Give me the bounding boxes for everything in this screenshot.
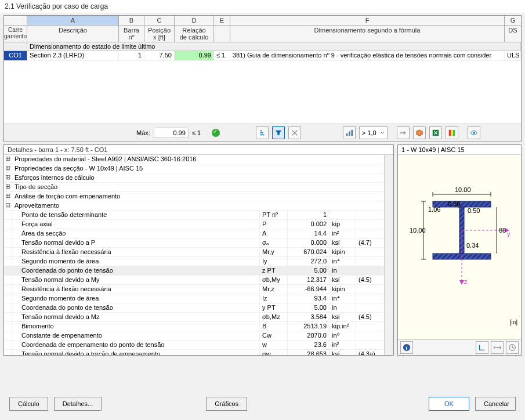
- svg-text:i: i: [405, 345, 407, 351]
- cancel-button[interactable]: Cancelar: [475, 397, 516, 411]
- section-row: Dimensionamento do estado de limite últi…: [4, 42, 521, 51]
- cell-rel: ≤ 1: [214, 51, 230, 60]
- detail-row[interactable]: Ponto de tensão determinantePT nº1: [4, 211, 393, 220]
- dialog-buttons: Cálculo Detalhes... Gráficos OK Cancelar: [0, 392, 525, 415]
- dim-k: 1.06: [428, 206, 440, 213]
- col-f[interactable]: F: [230, 16, 505, 25]
- show-model-button[interactable]: [413, 126, 426, 139]
- svg-rect-4: [448, 130, 451, 136]
- row-id[interactable]: CO1: [4, 51, 27, 60]
- col-a[interactable]: A: [27, 16, 119, 25]
- hdr-formula: Dimensionamento segundo a fórmula: [230, 26, 505, 42]
- max-value: 0.99: [154, 128, 189, 138]
- svg-rect-1: [349, 131, 350, 136]
- details-title: Detalhes - barra 1 - x: 7.50 ft - CO1: [4, 145, 393, 155]
- expand-icon[interactable]: ⊞: [4, 183, 12, 191]
- rowheader-blank: [4, 16, 27, 25]
- goto-bar-button[interactable]: [397, 126, 410, 139]
- detail-row[interactable]: Tensão normal devido a Mzσb,Mz3.584ksi(4…: [4, 313, 393, 322]
- hdr-ds: DS: [505, 26, 521, 42]
- expand-icon[interactable]: ⊞: [4, 155, 12, 164]
- col-d[interactable]: D: [175, 16, 214, 25]
- graphs-button[interactable]: Gráficos: [206, 397, 247, 411]
- detail-row[interactable]: Coordenada do ponto de tensãoy PT5.00in: [4, 303, 393, 313]
- cell-ds: ULS: [505, 51, 521, 60]
- tree-node[interactable]: ⊞Propriedades da secção - W 10x49 | AISC…: [4, 164, 393, 173]
- section-title: 1 - W 10x49 | AISC 15: [398, 145, 521, 155]
- hdr-desc: Descrição: [27, 26, 119, 42]
- expand-icon[interactable]: ⊞: [4, 173, 12, 182]
- tree-node[interactable]: ⊞Análise de torção com empenamento: [4, 192, 393, 201]
- col-e[interactable]: E: [214, 16, 230, 25]
- results-grid: A B C D E F G Carre gamento Descrição Ba…: [3, 15, 522, 142]
- detail-row[interactable]: Resistência à flexão necessáriaMr,y670.0…: [4, 248, 393, 257]
- detail-row[interactable]: Tensão normal devido a torção de empenam…: [4, 350, 393, 355]
- detail-row[interactable]: Segundo momento de áreaIz93.4in⁴: [4, 294, 393, 303]
- cell-desc[interactable]: Section 2.3 (LRFD): [27, 51, 119, 60]
- hdr-ratio: Relação de cálculo: [175, 26, 214, 42]
- svg-rect-6: [452, 130, 455, 136]
- tree-node[interactable]: ⊟Aproveitamento: [4, 201, 393, 211]
- print-section-button[interactable]: [506, 341, 519, 354]
- cell-formula[interactable]: 381) Guia de dimensionamento nº 9 - veri…: [230, 51, 505, 60]
- ok-check-icon: [212, 129, 220, 137]
- detail-row[interactable]: Coordenada do ponto de tensãoz PT5.00in: [4, 266, 393, 276]
- filter-rows-button[interactable]: [272, 126, 285, 139]
- detail-row[interactable]: Tensão normal devido a Myσb,My12.317ksi(…: [4, 276, 393, 285]
- sort-asc-button[interactable]: [256, 126, 269, 139]
- detail-row[interactable]: Tensão normal devido a Pσₐ0.000ksi(4.7): [4, 238, 393, 248]
- detail-row[interactable]: Coordenada de empenamento do ponto de te…: [4, 341, 393, 350]
- svg-rect-5: [451, 130, 453, 136]
- svg-text:y: y: [507, 230, 510, 237]
- axes-toggle-button[interactable]: [476, 341, 488, 354]
- detail-row[interactable]: Resistência à flexão necessáriaMr,z-66.9…: [4, 285, 393, 294]
- tree-node[interactable]: ⊞Esforços internos de cálculo: [4, 173, 393, 183]
- cell-bar[interactable]: 1: [119, 51, 144, 60]
- detail-row[interactable]: Constante de empenamentoCw2070.0in⁶: [4, 331, 393, 341]
- scrollbar[interactable]: [384, 155, 393, 355]
- filter-threshold-combo[interactable]: > 1,0: [359, 126, 388, 139]
- ok-button[interactable]: OK: [429, 397, 469, 411]
- svg-text:z: z: [464, 278, 468, 285]
- tree-node[interactable]: ⊞Propriedades do material - Steel A992 |…: [4, 155, 393, 164]
- unit-label: [in]: [510, 319, 517, 325]
- expand-icon[interactable]: ⊞: [4, 192, 12, 201]
- dim-tw: 0.34: [466, 242, 479, 249]
- dim-gap: 88: [499, 227, 506, 234]
- hdr-bar: Barra nº: [119, 26, 144, 42]
- svg-rect-0: [346, 133, 348, 136]
- info-button[interactable]: i: [400, 341, 413, 354]
- filter-clear-button[interactable]: [288, 126, 301, 139]
- cell-pos[interactable]: 7.50: [144, 51, 175, 60]
- detail-row[interactable]: Segundo momento de áreaIy272.0in⁴: [4, 257, 393, 266]
- dimensions-toggle-button[interactable]: [491, 341, 504, 354]
- expand-icon[interactable]: ⊟: [4, 201, 12, 210]
- col-c[interactable]: C: [144, 16, 175, 25]
- tree-node[interactable]: ⊞Tipo de secção: [4, 183, 393, 192]
- hdr-rel: [214, 26, 230, 42]
- calc-button[interactable]: Cálculo: [9, 397, 48, 411]
- detail-row[interactable]: Força axialP0.002kip: [4, 220, 393, 229]
- export-excel-button[interactable]: [429, 126, 442, 139]
- chevron-down-icon: [380, 131, 385, 135]
- expand-icon[interactable]: ⊞: [4, 164, 12, 173]
- section-canvas[interactable]: z y 10.00 10.00 0.56 1.06 0.50 0.34: [398, 155, 521, 339]
- color-scale-button[interactable]: [446, 126, 458, 139]
- view-button[interactable]: [468, 126, 480, 139]
- svg-point-8: [473, 132, 475, 134]
- details-button[interactable]: Detalhes...: [54, 397, 102, 411]
- detail-row[interactable]: Área da secçãoA14.4in²: [4, 229, 393, 238]
- details-pane: Detalhes - barra 1 - x: 7.50 ft - CO1 ⊞P…: [3, 144, 394, 356]
- col-g[interactable]: G: [505, 16, 521, 25]
- graph-toggle-button[interactable]: [343, 126, 356, 139]
- section-preview-pane: 1 - W 10x49 | AISC 15: [397, 144, 522, 356]
- max-rel: ≤ 1: [192, 129, 208, 136]
- dim-bf: 10.00: [455, 186, 471, 193]
- cell-ratio[interactable]: 0.99: [175, 51, 214, 60]
- dim-tf: 0.56: [448, 200, 460, 207]
- detail-row[interactable]: BimomentoB2513.19kip.in²: [4, 322, 393, 331]
- rowheader-label: Carre gamento: [4, 26, 27, 42]
- table-row[interactable]: CO1 Section 2.3 (LRFD) 1 7.50 0.99 ≤ 1 3…: [4, 51, 521, 61]
- col-b[interactable]: B: [119, 16, 144, 25]
- svg-rect-2: [351, 130, 353, 136]
